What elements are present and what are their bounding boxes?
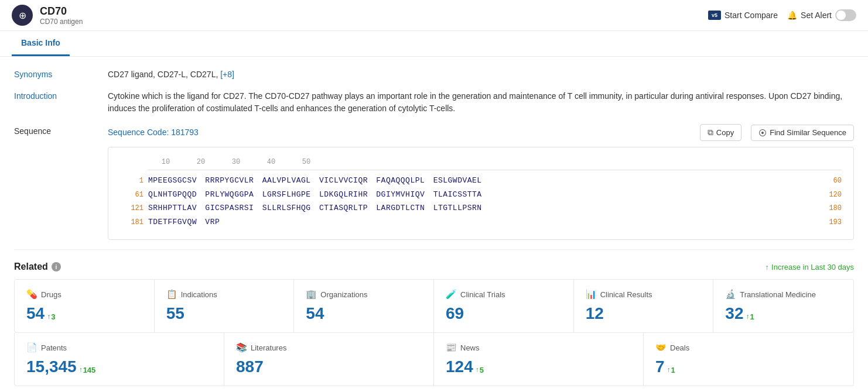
card-clinical-results[interactable]: 📊 Clinical Results 12: [574, 280, 714, 332]
introduction-text: Cytokine which is the ligand for CD27. T…: [108, 90, 854, 115]
page-subtitle: CD70 antigen: [40, 18, 83, 26]
alert-toggle[interactable]: [835, 9, 856, 21]
translational-medicine-value: 32 ↑ 1: [725, 304, 842, 323]
copy-button[interactable]: ⧉ Copy: [700, 124, 741, 141]
card-literatures-header: 📚 Literatures: [236, 342, 422, 353]
translational-medicine-count: 32: [725, 304, 743, 323]
content-area: Synonyms CD27 ligand, CD27-L, CD27L, [+8…: [0, 57, 868, 392]
clinical-results-icon: 📊: [586, 289, 597, 300]
patents-delta: ↑ 145: [79, 366, 96, 374]
clinical-results-count: 12: [586, 304, 604, 323]
card-drugs[interactable]: 💊 Drugs 54 ↑ 3: [15, 280, 155, 332]
introduction-row: Introduction Cytokine which is the ligan…: [14, 90, 854, 115]
tab-basic-info[interactable]: Basic Info: [12, 31, 70, 56]
seq-start-3: 121: [120, 203, 143, 214]
drugs-icon: 💊: [26, 289, 37, 300]
translational-medicine-icon: 🔬: [725, 289, 736, 300]
literatures-count: 887: [236, 357, 264, 376]
card-clinical-results-header: 📊 Clinical Results: [586, 289, 702, 300]
sequence-row: Sequence Sequence Code: 181793 ⧉ Copy ⦿ …: [14, 124, 854, 240]
section-tabs: Basic Info: [0, 31, 868, 57]
compare-label: Start Compare: [725, 11, 778, 20]
indications-label: Indications: [181, 290, 217, 299]
copy-label: Copy: [716, 128, 734, 137]
card-news-header: 📰 News: [446, 342, 631, 353]
news-value: 124 ↑ 5: [446, 357, 631, 376]
related-info-icon[interactable]: i: [52, 262, 61, 271]
synonyms-row: Synonyms CD27 ligand, CD27-L, CD27L, [+8…: [14, 68, 854, 81]
deals-value: 7 ↑ 1: [655, 357, 842, 376]
seq-start-4: 181: [120, 217, 143, 228]
seq-end-1: 60: [818, 176, 842, 186]
card-organizations[interactable]: 🏢 Organizations 54: [294, 280, 434, 332]
card-literatures[interactable]: 📚 Literatures 887: [224, 333, 434, 386]
sequence-code-link[interactable]: Sequence Code: 181793: [108, 126, 199, 139]
card-translational-medicine[interactable]: 🔬 Translational Medicine 32 ↑ 1: [713, 280, 853, 332]
app-icon: ⊕: [12, 5, 33, 26]
alert-label: Set Alert: [801, 11, 832, 20]
find-similar-label: Find Similar Sequence: [770, 128, 846, 137]
synonyms-more-link[interactable]: [+8]: [220, 70, 234, 79]
card-clinical-trials[interactable]: 🧪 Clinical Trials 69: [434, 280, 574, 332]
related-trend: ↑ Increase in Last 30 days: [766, 263, 854, 271]
deals-delta: ↑ 1: [667, 366, 675, 374]
synonyms-label: Synonyms: [14, 68, 108, 79]
seq-row-2: 61 QLNHTGPQQD PRLYWQGGPA LGRSFLHGPE LDKG…: [120, 189, 842, 201]
seq-data-3: SRHHPTTLAV GICSPASRSI SLLRLSFHQG CTIASQR…: [148, 202, 814, 214]
card-indications-header: 📋 Indications: [166, 289, 282, 300]
organizations-value: 54: [306, 304, 422, 323]
sequence-box: 10 20 30 40 50 1 MPEEGSGCSV RRRPYGCVLR A…: [108, 147, 854, 240]
start-compare-button[interactable]: v5 Start Compare: [708, 11, 778, 20]
drugs-value: 54 ↑ 3: [26, 304, 142, 323]
patents-delta-value: 145: [83, 366, 96, 374]
clinical-trials-icon: 🧪: [446, 289, 457, 300]
ruler-10: 10: [148, 157, 183, 167]
section-divider: [14, 249, 854, 250]
card-deals[interactable]: 🤝 Deals 7 ↑ 1: [644, 333, 853, 386]
compare-icon: v5: [708, 11, 721, 20]
header-right: v5 Start Compare 🔔 Set Alert: [708, 9, 856, 21]
translational-medicine-delta-value: 1: [750, 312, 754, 321]
sequence-ruler: 10 20 30 40 50: [120, 157, 842, 167]
clinical-results-label: Clinical Results: [600, 290, 652, 299]
clinical-trials-label: Clinical Trials: [460, 290, 505, 299]
sequence-label: Sequence: [14, 124, 108, 136]
clinical-trials-count: 69: [446, 304, 464, 323]
seq-end-4: 193: [818, 217, 842, 228]
card-translational-medicine-header: 🔬 Translational Medicine: [725, 289, 842, 300]
synonyms-value: CD27 ligand, CD27-L, CD27L, [+8]: [108, 68, 854, 81]
literatures-icon: 📚: [236, 342, 247, 353]
literatures-label: Literatures: [251, 343, 286, 352]
seq-data-1: MPEEGSGCSV RRRPYGCVLR AALVPLVAGL VICLVVC…: [148, 175, 814, 187]
set-alert-button[interactable]: 🔔 Set Alert: [787, 9, 856, 21]
sequence-content: Sequence Code: 181793 ⧉ Copy ⦿ Find Simi…: [108, 124, 854, 240]
trend-arrow-icon: ↑: [766, 263, 770, 271]
indications-icon: 📋: [166, 289, 177, 300]
patents-count: 15,345: [26, 357, 77, 376]
synonyms-text: CD27 ligand, CD27-L, CD27L,: [108, 70, 218, 79]
drugs-delta-value: 3: [51, 312, 55, 321]
trend-label: Increase in Last 30 days: [771, 263, 854, 271]
news-icon: 📰: [446, 342, 457, 353]
related-title: Related i: [14, 262, 61, 272]
deals-icon: 🤝: [655, 342, 667, 353]
card-news[interactable]: 📰 News 124 ↑ 5: [434, 333, 644, 386]
drugs-count: 54: [26, 304, 45, 323]
copy-icon: ⧉: [708, 128, 713, 137]
find-similar-icon: ⦿: [758, 128, 767, 137]
card-indications[interactable]: 📋 Indications 55: [155, 280, 295, 332]
related-header: Related i ↑ Increase in Last 30 days: [14, 262, 854, 272]
seq-start-1: 1: [120, 176, 143, 186]
find-similar-button[interactable]: ⦿ Find Similar Sequence: [751, 125, 854, 141]
translational-medicine-delta: ↑ 1: [746, 312, 754, 321]
ruler-30: 30: [218, 157, 254, 167]
organizations-label: Organizations: [320, 290, 367, 299]
introduction-label: Introduction: [14, 90, 108, 101]
page-title: CD70: [40, 5, 83, 18]
card-patents[interactable]: 📄 Patents 15,345 ↑ 145: [15, 333, 224, 386]
cards-row1: 💊 Drugs 54 ↑ 3 📋 Indications 55 🏢: [14, 279, 854, 333]
news-delta-value: 5: [480, 366, 484, 374]
seq-row-1: 1 MPEEGSGCSV RRRPYGCVLR AALVPLVAGL VICLV…: [120, 175, 842, 187]
card-deals-header: 🤝 Deals: [655, 342, 842, 353]
patents-label: Patents: [41, 343, 67, 352]
